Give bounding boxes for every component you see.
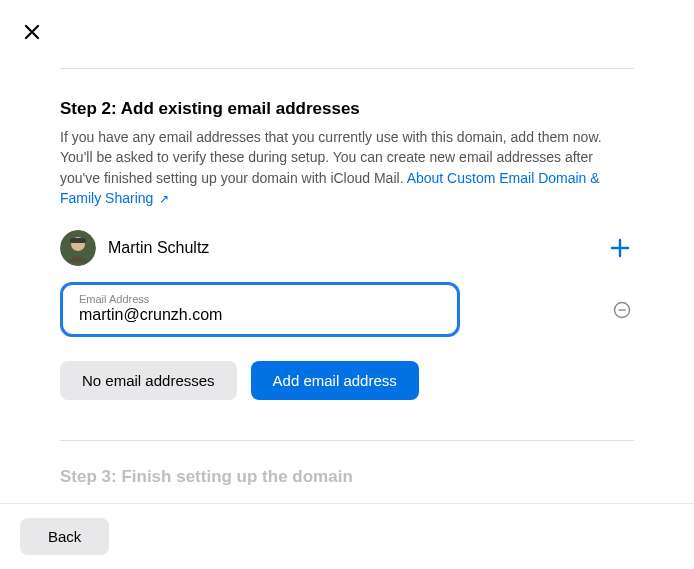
email-input[interactable]	[79, 306, 441, 324]
divider	[60, 440, 634, 441]
divider	[60, 68, 634, 69]
external-link-icon: ↗	[159, 192, 169, 206]
svg-rect-4	[70, 238, 86, 243]
close-icon	[24, 24, 40, 40]
add-email-button[interactable]: Add email address	[251, 361, 419, 400]
custom-domain-modal: Step 2: Add existing email addresses If …	[0, 0, 694, 569]
avatar	[60, 230, 96, 266]
user-row: Martin Schultz	[60, 230, 634, 266]
email-input-row: Email Address	[60, 282, 634, 337]
avatar-image	[60, 230, 96, 266]
back-button[interactable]: Back	[20, 518, 109, 555]
action-buttons: No email addresses Add email address	[60, 361, 634, 400]
add-user-button[interactable]	[606, 234, 634, 262]
step-2-description: If you have any email addresses that you…	[60, 127, 634, 208]
remove-email-button[interactable]	[610, 298, 634, 322]
user-name: Martin Schultz	[108, 239, 606, 257]
modal-footer: Back	[0, 503, 694, 569]
email-input-container[interactable]: Email Address	[60, 282, 460, 337]
step-2-title: Step 2: Add existing email addresses	[60, 99, 634, 119]
modal-content: Step 2: Add existing email addresses If …	[0, 0, 694, 503]
no-email-button[interactable]: No email addresses	[60, 361, 237, 400]
close-button[interactable]	[20, 20, 44, 44]
step-3-title: Step 3: Finish setting up the domain	[60, 467, 634, 487]
plus-icon	[609, 237, 631, 259]
email-input-label: Email Address	[79, 293, 441, 305]
minus-circle-icon	[613, 301, 631, 319]
